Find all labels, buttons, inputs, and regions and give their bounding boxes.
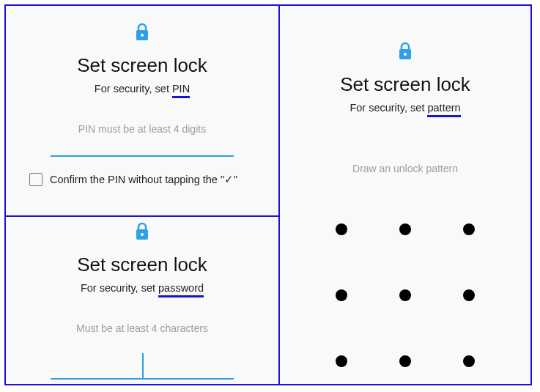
pattern-dot[interactable] — [336, 223, 347, 235]
pin-confirm-row[interactable]: Confirm the PIN without tapping the "✓" — [6, 173, 278, 186]
pin-title: Set screen lock — [6, 54, 278, 77]
text-cursor — [142, 353, 144, 380]
pin-input[interactable] — [51, 155, 234, 157]
lock-icon — [396, 41, 414, 64]
password-input[interactable] — [51, 350, 234, 380]
frame: Set screen lock For security, set PIN PI… — [4, 4, 532, 385]
lock-icon — [133, 221, 151, 245]
lock-icon — [133, 22, 151, 45]
password-subtitle-prefix: For security, set — [81, 282, 158, 294]
pattern-subtitle: For security, set pattern — [280, 102, 530, 117]
pin-subtitle-highlight: PIN — [172, 84, 190, 98]
pattern-dot[interactable] — [336, 289, 347, 301]
pattern-dot[interactable] — [463, 355, 475, 367]
password-input-line — [51, 378, 234, 380]
pattern-dot[interactable] — [463, 289, 475, 301]
pattern-grid[interactable] — [310, 196, 500, 392]
pattern-subtitle-highlight: pattern — [427, 103, 460, 117]
pattern-dot[interactable] — [399, 355, 411, 367]
password-title: Set screen lock — [6, 254, 278, 276]
panel-pin: Set screen lock For security, set PIN PI… — [6, 6, 280, 217]
svg-point-1 — [141, 34, 144, 37]
pin-confirm-checkbox[interactable] — [29, 173, 42, 186]
password-helper: Must be at least 4 characters — [6, 322, 278, 334]
svg-point-3 — [141, 233, 144, 236]
pin-subtitle: For security, set PIN — [6, 83, 278, 98]
password-subtitle: For security, set password — [6, 282, 278, 297]
password-subtitle-highlight: password — [158, 283, 204, 297]
pattern-helper: Draw an unlock pattern — [280, 163, 530, 174]
panel-password: Set screen lock For security, set passwo… — [6, 217, 280, 384]
svg-point-5 — [404, 53, 407, 56]
pattern-subtitle-prefix: For security, set — [349, 102, 427, 114]
pin-subtitle-prefix: For security, set — [95, 83, 172, 95]
pin-helper: PIN must be at least 4 digits — [6, 123, 278, 135]
panel-pattern: Set screen lock For security, set patter… — [280, 6, 530, 384]
pattern-title: Set screen lock — [280, 73, 530, 96]
pattern-dot[interactable] — [399, 223, 411, 235]
pin-confirm-label: Confirm the PIN without tapping the "✓" — [50, 174, 237, 185]
pattern-dot[interactable] — [399, 289, 411, 301]
pattern-dot[interactable] — [463, 223, 475, 235]
pattern-dot[interactable] — [336, 355, 347, 367]
